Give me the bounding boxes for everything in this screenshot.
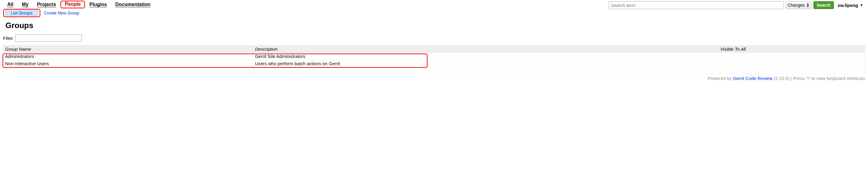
- chevron-down-icon: ▼: [860, 3, 863, 7]
- footer: Powered by Gerrit Code Review (2.13.5) |…: [0, 74, 868, 81]
- cell-description: Users who perform batch actions on Gerri…: [253, 60, 718, 67]
- search-button[interactable]: Search: [813, 1, 834, 9]
- nav-tab-my[interactable]: My: [18, 1, 33, 8]
- filter-label: Filter: [3, 36, 13, 41]
- subnav-list-groups-highlight: List Groups: [3, 9, 40, 17]
- page-title: Groups: [0, 19, 868, 34]
- nav-tab-people[interactable]: People: [60, 1, 85, 8]
- footer-suffix: (2.13.5) | Press '?' to view keyboard sh…: [773, 76, 865, 81]
- subnav-create-new-group[interactable]: Create New Group: [44, 10, 80, 15]
- cell-group-name: Non-Interactive Users: [3, 60, 253, 67]
- filter-input[interactable]: [16, 34, 82, 42]
- footer-prefix: Powered by: [708, 76, 733, 81]
- search-scope-label: Changes: [788, 3, 805, 7]
- search-scope-select[interactable]: Changes ▲▼: [785, 1, 812, 9]
- table-row[interactable]: Non-Interactive Users Users who perform …: [3, 60, 865, 67]
- footer-link[interactable]: Gerrit Code Review: [733, 76, 773, 81]
- groups-table: Group Name Description Visible To All Ad…: [3, 45, 865, 74]
- subnav-list-groups[interactable]: List Groups: [5, 10, 38, 16]
- select-arrows-icon: ▲▼: [806, 3, 809, 7]
- col-header-group-name: Group Name: [3, 45, 253, 53]
- search-input[interactable]: [609, 1, 784, 9]
- cell-visible: [718, 60, 865, 67]
- cell-description: Gerrit Site Administrators: [253, 53, 718, 60]
- cell-group-name: Administrators: [3, 53, 253, 60]
- nav-tab-plugins[interactable]: Plugins: [85, 1, 111, 8]
- table-row[interactable]: Administrators Gerrit Site Administrator…: [3, 53, 865, 60]
- nav-tab-all[interactable]: All: [3, 1, 18, 8]
- user-name: xw.lipeng: [838, 3, 858, 8]
- nav-tab-documentation[interactable]: Documentation: [111, 1, 155, 8]
- nav-tab-projects[interactable]: Projects: [33, 1, 60, 8]
- cell-visible: [718, 53, 865, 60]
- col-header-visible: Visible To All: [718, 45, 865, 53]
- col-header-description: Description: [253, 45, 718, 53]
- user-menu[interactable]: xw.lipeng ▼: [836, 3, 865, 8]
- table-row-empty: [3, 67, 865, 74]
